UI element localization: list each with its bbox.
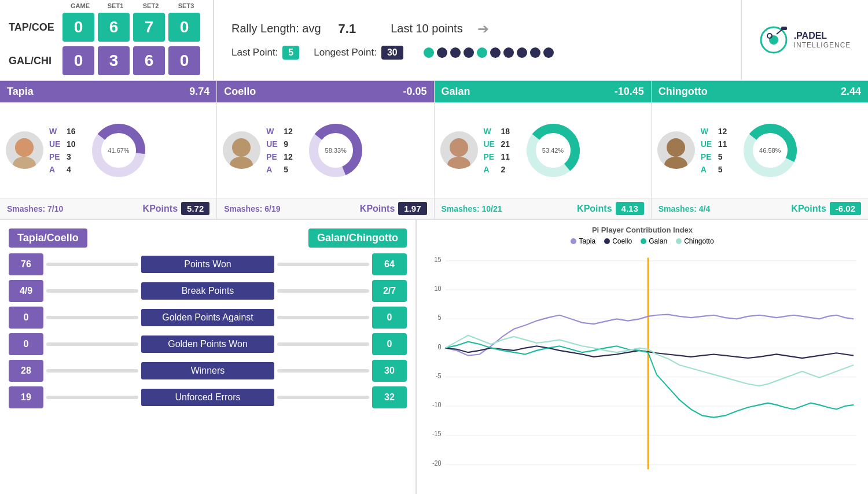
bottom-section: Tapia/Coello Galan/Chingotto 76 Points W…: [0, 220, 868, 494]
player-card-coello: Coello -0.05 W12 UE9 PE12 A5: [217, 81, 434, 219]
rally-bottom: Last Point: 5 Longest Point: 30: [231, 46, 723, 60]
tapia-avatar: [6, 131, 43, 169]
logo-line2: INTELLIGENCE: [794, 41, 851, 49]
dot-10: [543, 47, 554, 58]
legend-galan: Galan: [641, 237, 667, 245]
svg-point-6: [13, 157, 36, 169]
v2-unforced: 32: [372, 386, 407, 408]
v1-break-points: 4/9: [9, 280, 43, 302]
stat-row-unforced: 19 Unforced Errors 32: [9, 386, 407, 408]
longest-point-label: Longest Point:: [314, 47, 377, 58]
score-labels: GAME SET1 SET2 SET3: [62, 2, 204, 9]
coello-body: W12 UE9 PE12 A5 58.33%: [217, 102, 433, 198]
team2-set2: 6: [133, 46, 165, 75]
v1-unforced: 19: [9, 386, 43, 408]
label-points-won: Points Won: [141, 256, 274, 273]
tapia-name: Tapia: [7, 86, 34, 98]
chart-area: 15 10 5 0 -5 -10 -15 -20: [425, 248, 859, 488]
chingotto-line: [446, 336, 854, 386]
team1-name: TAP/COE: [9, 21, 61, 34]
label-set3: SET3: [170, 2, 202, 9]
v2-break-points: 2/7: [372, 280, 407, 302]
dot-3: [450, 47, 461, 58]
v2-winners: 30: [372, 360, 407, 382]
chingotto-kpoints-label: KPoints: [791, 204, 826, 214]
team2-name: GAL/CHI: [9, 55, 61, 67]
svg-text:5: 5: [438, 314, 442, 322]
logo-content: .PADEL INTELLIGENCE: [759, 25, 851, 54]
team2-set1: 3: [98, 46, 130, 75]
label-set1: SET1: [100, 2, 131, 9]
last-point-label: Last Point:: [231, 47, 278, 58]
label-game: GAME: [64, 2, 96, 9]
label-golden-against: Golden Points Against: [141, 309, 274, 326]
chart-title: Pi Player Contribution Index: [425, 226, 859, 234]
team1-set1: 6: [98, 13, 130, 42]
label-winners: Winners: [141, 362, 274, 379]
tapia-body: W16 UE10 PE3 A4 41.67%: [0, 102, 216, 198]
last10-label: Last 10 points: [391, 22, 463, 35]
v1-points-won: 76: [9, 253, 43, 275]
v1-golden-won: 0: [9, 333, 43, 355]
coello-name: Coello: [224, 86, 256, 98]
svg-text:15: 15: [435, 256, 442, 264]
galan-header: Galan -10.45: [435, 81, 651, 102]
chingotto-footer: Smashes: 4/4 KPoints -6.02: [652, 198, 868, 219]
legend-tapia-dot: [571, 238, 576, 244]
team2-set3: 0: [168, 46, 200, 75]
coello-avatar: [223, 131, 260, 169]
label-unforced: Unforced Errors: [141, 389, 274, 406]
legend-tapia-label: Tapia: [579, 237, 595, 245]
tapia-donut-label: 41.67%: [108, 147, 129, 154]
coello-kpoints-value: 1.97: [398, 202, 426, 215]
dot-5: [477, 47, 487, 58]
svg-point-15: [447, 157, 470, 169]
padel-logo-icon: [759, 25, 788, 54]
chingotto-avatar: [657, 131, 695, 169]
team1-game: 0: [62, 13, 94, 42]
galan-name: Galan: [442, 86, 470, 98]
stat-row-golden-won: 0 Golden Points Won 0: [9, 333, 407, 355]
coello-score: -0.05: [403, 86, 426, 98]
bar-left-2: [46, 316, 138, 319]
v2-golden-won: 0: [372, 333, 407, 355]
team1-set2: 7: [133, 13, 165, 42]
svg-text:-5: -5: [436, 372, 442, 379]
galan-stats: W18 UE21 PE11 A2: [484, 125, 518, 176]
tapia-header: Tapia 9.74: [0, 81, 216, 102]
player-cards: Tapia 9.74 W16 UE10 PE3 A4: [0, 81, 868, 220]
dot-8: [517, 47, 527, 58]
svg-point-7: [15, 138, 34, 157]
bar-right-4: [277, 369, 369, 373]
svg-point-10: [232, 138, 251, 157]
stat-row-break-points: 4/9 Break Points 2/7: [9, 280, 407, 302]
tapia-donut: 41.67%: [90, 121, 148, 179]
chingotto-name: Chingotto: [659, 86, 708, 98]
logo-text-block: .PADEL INTELLIGENCE: [794, 31, 851, 49]
dot-9: [530, 47, 540, 58]
svg-point-19: [664, 157, 687, 169]
coello-header: Coello -0.05: [217, 81, 433, 102]
bar-left-5: [46, 396, 138, 399]
galan-avatar: [440, 131, 478, 169]
bar-left-3: [46, 342, 138, 346]
label-break-points: Break Points: [141, 282, 274, 300]
svg-point-14: [450, 138, 468, 157]
tapia-smashes: Smashes: 7/10: [7, 204, 63, 213]
bar-left-0: [46, 263, 138, 266]
legend-tapia: Tapia: [571, 237, 595, 245]
galan-smashes: Smashes: 10/21: [442, 204, 502, 213]
rally-label: Rally Length: avg: [231, 22, 321, 35]
galan-body: W18 UE21 PE11 A2 53.42%: [435, 102, 651, 198]
svg-point-1: [769, 35, 778, 45]
chart-section: Pi Player Contribution Index Tapia Coell…: [417, 220, 868, 494]
dot-1: [424, 47, 434, 58]
svg-point-11: [230, 157, 253, 169]
player-card-chingotto: Chingotto 2.44 W12 UE11 PE5 A5: [652, 81, 868, 219]
dot-6: [490, 47, 501, 58]
contribution-chart: 15 10 5 0 -5 -10 -15 -20: [425, 248, 859, 488]
tapia-kpoints: KPoints 5.72: [143, 202, 210, 215]
chingotto-smashes: Smashes: 4/4: [659, 204, 711, 213]
scoreboard: GAME SET1 SET2 SET3 TAP/COE 0 6 7 0 GAL/…: [0, 0, 214, 80]
v1-winners: 28: [9, 360, 43, 382]
